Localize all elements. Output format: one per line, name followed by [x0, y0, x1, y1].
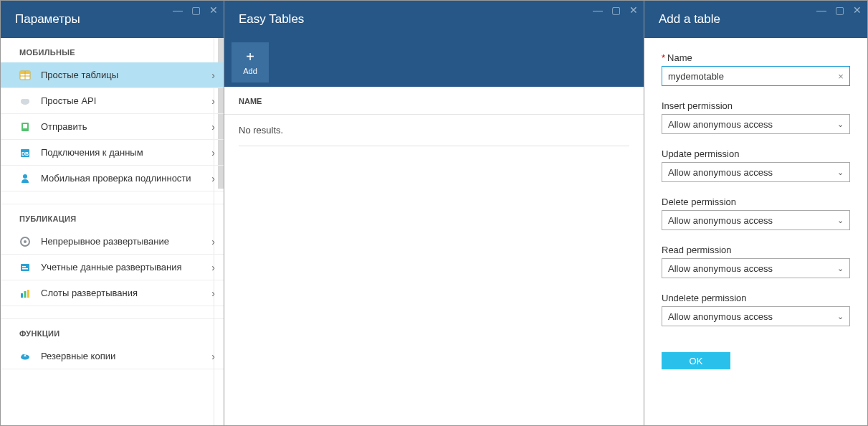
svg-point-5 [21, 99, 25, 103]
blade-parameters: Параметры — ▢ ✕ МОБИЛЬНЫЕ Простые таблиц… [1, 1, 224, 425]
chevron-right-icon: › [211, 173, 215, 184]
required-mark: * [662, 52, 665, 63]
ok-button[interactable]: OK [662, 352, 730, 369]
menu-item-backups[interactable]: Резервные копии › [1, 344, 224, 369]
menu-item-deploy-slots[interactable]: Слоты развертывания › [1, 280, 224, 306]
backup-icon [19, 351, 31, 362]
menu-label: Отправить [41, 121, 211, 132]
chevron-down-icon: ⌄ [837, 216, 844, 225]
select-value: Allow anonymous access [668, 167, 773, 178]
svg-text:DB: DB [22, 151, 29, 156]
clear-icon[interactable]: × [832, 71, 849, 82]
svg-rect-18 [24, 291, 27, 298]
menu-label: Мобильная проверка подлинности [41, 173, 211, 184]
name-input-wrap: × [662, 66, 850, 86]
undelete-permission-select[interactable]: Allow anonymous access ⌄ [662, 306, 850, 326]
select-value: Allow anonymous access [668, 311, 773, 322]
add-label: Add [243, 67, 257, 75]
delete-permission-select[interactable]: Allow anonymous access ⌄ [662, 210, 850, 230]
chevron-right-icon: › [211, 95, 215, 107]
blade-easy-tables: Easy Tables — ▢ ✕ + Add NAME No results. [224, 1, 644, 425]
select-value: Allow anonymous access [668, 263, 773, 274]
blade-body: NAME No results. [224, 87, 644, 425]
blade-window-controls: — ▢ ✕ [593, 5, 638, 15]
blade-window-controls: — ▢ ✕ [173, 5, 218, 15]
menu-section-functions: ФУНКЦИИ [1, 319, 224, 344]
svg-rect-19 [27, 290, 29, 298]
label-update: Update permission [662, 148, 850, 159]
chevron-right-icon: › [211, 262, 215, 273]
maximize-icon[interactable]: ▢ [611, 5, 621, 15]
label-insert: Insert permission [662, 100, 850, 111]
svg-rect-17 [21, 293, 23, 298]
menu-item-data-connections[interactable]: DB Подключения к данным › [1, 140, 224, 166]
menu-label: Простые API [41, 95, 211, 106]
label-delete: Delete permission [662, 197, 850, 207]
blade-add-table: Add a table — ▢ ✕ *Name × Insert permiss… [644, 1, 867, 425]
chevron-down-icon: ⌄ [837, 264, 844, 273]
menu-label: Слоты развертывания [41, 288, 211, 298]
maximize-icon[interactable]: ▢ [191, 5, 201, 15]
section-gap [1, 191, 224, 204]
menu-item-deploy-credentials[interactable]: Учетные данные развертывания › [1, 255, 224, 280]
read-permission-select[interactable]: Allow anonymous access ⌄ [662, 258, 850, 278]
chevron-right-icon: › [211, 236, 215, 247]
gear-icon [19, 236, 31, 247]
label-name: *Name [662, 52, 850, 63]
menu-item-easy-api[interactable]: Простые API › [1, 88, 224, 114]
svg-rect-8 [23, 124, 27, 128]
menu-item-mobile-auth[interactable]: Мобильная проверка подлинности › [1, 166, 224, 191]
menu-label: Непрерывное развертывание [41, 236, 211, 247]
close-icon[interactable]: ✕ [853, 5, 862, 15]
add-button[interactable]: + Add [232, 42, 269, 82]
blade-window-controls: — ▢ ✕ [816, 5, 862, 15]
label-read: Read permission [662, 245, 850, 255]
menu-item-easy-tables[interactable]: Простые таблицы › [1, 62, 224, 88]
menu-section-publication: ПУБЛИКАЦИЯ [1, 204, 224, 229]
form-group-name: *Name × [662, 52, 850, 86]
blade-header: Add a table — ▢ ✕ [644, 1, 867, 38]
blade-toolbar: + Add [224, 38, 644, 87]
minimize-icon[interactable]: — [173, 5, 183, 15]
db-icon: DB [19, 147, 31, 158]
form-group-insert: Insert permission Allow anonymous access… [662, 100, 850, 134]
close-icon[interactable]: ✕ [209, 5, 218, 15]
separator [239, 146, 629, 146]
section-gap [1, 306, 224, 319]
user-icon [19, 173, 31, 184]
form-group-delete: Delete permission Allow anonymous access… [662, 197, 850, 230]
svg-rect-14 [21, 264, 29, 271]
chevron-right-icon: › [211, 121, 215, 133]
form-group-undelete: Undelete permission Allow anonymous acce… [662, 293, 850, 326]
label-undelete: Undelete permission [662, 293, 850, 303]
svg-point-13 [24, 240, 27, 243]
svg-rect-16 [22, 268, 28, 270]
chevron-down-icon: ⌄ [837, 312, 844, 321]
minimize-icon[interactable]: — [593, 5, 603, 15]
blade-header: Easy Tables — ▢ ✕ [224, 1, 644, 38]
column-header-name: NAME [224, 87, 644, 115]
menu-item-push[interactable]: Отправить › [1, 114, 224, 140]
chevron-right-icon: › [211, 70, 215, 81]
maximize-icon[interactable]: ▢ [835, 5, 844, 15]
blade-body: МОБИЛЬНЫЕ Простые таблицы › Простые API … [1, 38, 224, 425]
svg-point-11 [23, 174, 27, 179]
no-results-text: No results. [224, 115, 644, 146]
select-value: Allow anonymous access [668, 119, 773, 130]
blade-body: *Name × Insert permission Allow anonymou… [644, 38, 867, 425]
insert-permission-select[interactable]: Allow anonymous access ⌄ [662, 114, 850, 134]
menu-item-continuous-deploy[interactable]: Непрерывное развертывание › [1, 229, 224, 255]
select-value: Allow anonymous access [668, 215, 773, 226]
chevron-down-icon: ⌄ [837, 120, 844, 129]
minimize-icon[interactable]: — [816, 5, 826, 15]
update-permission-select[interactable]: Allow anonymous access ⌄ [662, 162, 850, 182]
blade-title: Add a table [659, 12, 720, 27]
form-group-read: Read permission Allow anonymous access ⌄ [662, 245, 850, 278]
chevron-right-icon: › [211, 147, 215, 158]
name-input[interactable] [662, 67, 832, 85]
menu-label: Резервные копии [41, 351, 211, 361]
cred-icon [19, 262, 31, 273]
close-icon[interactable]: ✕ [629, 5, 638, 15]
svg-rect-15 [22, 266, 26, 268]
menu-label: Учетные данные развертывания [41, 262, 211, 273]
